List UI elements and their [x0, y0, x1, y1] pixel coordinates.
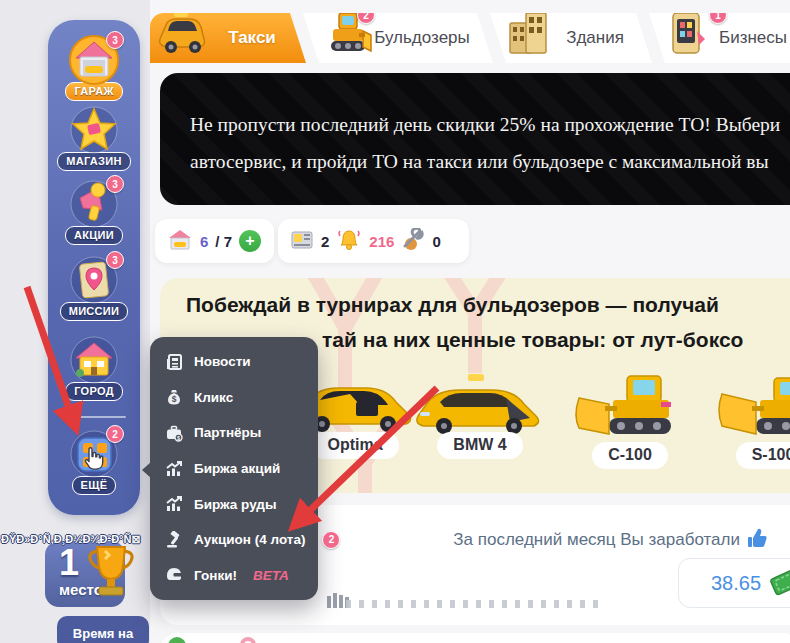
menu-item-clicks[interactable]: $ Кликс — [150, 380, 318, 416]
vehicle-name: Optima — [311, 432, 398, 459]
megaphone-icon: 3 — [68, 178, 120, 230]
svg-text:$: $ — [177, 435, 180, 441]
garage-capacity-pill: 6 / 7 + — [155, 219, 274, 263]
missions-badge: 3 — [106, 251, 124, 269]
menu-item-ore-exchange[interactable]: Биржа руды — [150, 486, 318, 522]
taxi-bmw-image — [410, 372, 550, 434]
earnings-value-box: 38.65 — [678, 558, 790, 608]
city-house-icon — [68, 334, 120, 386]
money-ticket-icon — [769, 565, 790, 601]
briefcase-icon: $ — [165, 424, 183, 442]
sidebar-item-more[interactable]: 2 ЕЩЁ — [48, 428, 140, 495]
pink-ring-icon — [240, 637, 256, 643]
garage-current: 6 — [200, 233, 208, 250]
garage-badge: 3 — [106, 31, 124, 49]
thumbs-up-icon — [746, 527, 768, 553]
activity-squares-row — [346, 600, 602, 608]
discount-banner-line2: автосервис, и пройди ТО на такси или бул… — [190, 143, 790, 180]
menu-item-ore-exchange-label: Биржа руды — [194, 497, 276, 512]
promos-badge: 3 — [106, 175, 124, 193]
tab-buildings[interactable]: Здания — [490, 13, 652, 63]
menu-item-clicks-label: Кликс — [194, 390, 233, 405]
tab-businesses-label: Бизнесы — [649, 28, 790, 48]
menu-item-partners[interactable]: $ Партнёры — [150, 415, 318, 451]
bulldozer-s100-image — [708, 372, 790, 444]
wrench-icon — [401, 228, 425, 255]
sidebar-item-promos[interactable]: 3 АКЦИИ — [48, 178, 140, 245]
notifications-count: 216 — [369, 233, 394, 250]
discount-banner-line1: Не пропусти последний день скидки 25% на… — [190, 106, 790, 143]
svg-text:$: $ — [172, 394, 177, 404]
money-bag-icon: $ — [165, 388, 183, 406]
vehicle-card-bmw4[interactable]: BMW 4 — [405, 372, 555, 459]
more-grid-icon: 2 — [68, 428, 120, 480]
tab-buildings-label: Здания — [490, 28, 652, 48]
vehicle-name: BMW 4 — [437, 432, 522, 459]
sidebar-item-shop[interactable]: МАГАЗИН — [48, 104, 140, 171]
discount-banner: Не пропусти последний день скидки 25% на… — [160, 73, 790, 205]
menu-item-races[interactable]: Гонки! BETA — [150, 557, 318, 593]
tournament-title-line1: Побеждай в турнирах для бульдозеров — по… — [186, 293, 719, 317]
tab-taxi-label: Такси — [150, 28, 306, 48]
map-pin-icon: 3 — [68, 254, 120, 306]
green-dot-icon — [168, 637, 186, 643]
sidebar: 3 ГАРАЖ МАГАЗИН 3 АКЦИИ — [48, 20, 140, 515]
newspaper-icon — [290, 229, 314, 254]
menu-item-stock-exchange-label: Биржа акций — [194, 461, 280, 476]
trophy-icon — [85, 541, 137, 605]
menu-item-races-label: Гонки! — [194, 568, 237, 583]
vehicle-card-c100[interactable]: С-100 — [555, 372, 705, 469]
tournament-title-line2: тай на них ценные товары: от лут-боксо — [322, 328, 743, 352]
sidebar-divider — [62, 416, 126, 418]
tab-businesses[interactable]: 1 Бизнесы — [649, 13, 790, 63]
tab-bulldozers-label: Бульдозеры — [303, 28, 493, 48]
add-garage-button[interactable]: + — [239, 230, 261, 252]
vehicle-card-s100[interactable]: S-100 — [698, 372, 790, 469]
menu-item-stock-exchange[interactable]: Биржа акций — [150, 451, 318, 487]
menu-item-news[interactable]: Новости — [150, 344, 318, 380]
race-helmet-icon — [165, 566, 183, 584]
tab-bulldozers[interactable]: 2 Бульдозеры — [303, 13, 493, 63]
news-count: 2 — [321, 233, 329, 250]
vehicle-name: S-100 — [736, 442, 790, 469]
menu-item-auction[interactable]: Аукцион (4 лота) 2 — [150, 522, 318, 558]
beta-tag: BETA — [253, 568, 289, 583]
notifications-pill: 2 216 0 — [278, 219, 469, 263]
bell-icon — [336, 228, 362, 255]
shop-star-icon — [68, 104, 120, 156]
garage-mini-icon — [167, 228, 193, 255]
more-context-menu: Новости $ Кликс $ Партнёры Биржа акций — [150, 337, 318, 600]
bulldozer-c100-image — [565, 372, 695, 444]
repairs-count: 0 — [432, 233, 440, 250]
time-box: Время на — [57, 616, 149, 643]
vehicle-name: С-100 — [592, 442, 668, 469]
sidebar-item-garage[interactable]: 3 ГАРАЖ — [48, 34, 140, 101]
menu-item-news-label: Новости — [194, 354, 251, 369]
news-icon — [165, 353, 183, 371]
garbled-tooltip-text: ÐŸÐ»Ð°Ñ‚Ð¸Ð½Ð¾Ð²Ð°Ñ⊠ — [1, 533, 141, 546]
earnings-value: 38.65 — [711, 572, 761, 595]
tab-taxi[interactable]: Такси — [150, 13, 306, 63]
rank-box[interactable]: 1 место — [45, 541, 125, 607]
garage-icon: 3 — [68, 34, 120, 86]
ore-chart-icon — [165, 495, 183, 513]
menu-item-auction-label: Аукцион (4 лота) — [194, 532, 305, 547]
stocks-chart-icon — [165, 460, 183, 478]
time-box-label: Время на — [73, 626, 133, 641]
auction-gavel-icon — [165, 531, 183, 549]
sidebar-item-missions[interactable]: 3 МИССИИ — [48, 254, 140, 321]
sidebar-item-city[interactable]: ГОРОД — [48, 334, 140, 401]
next-section-card — [160, 633, 790, 643]
more-badge: 2 — [106, 425, 124, 443]
garage-total: / 7 — [215, 233, 232, 250]
menu-item-partners-label: Партнёры — [194, 425, 261, 440]
